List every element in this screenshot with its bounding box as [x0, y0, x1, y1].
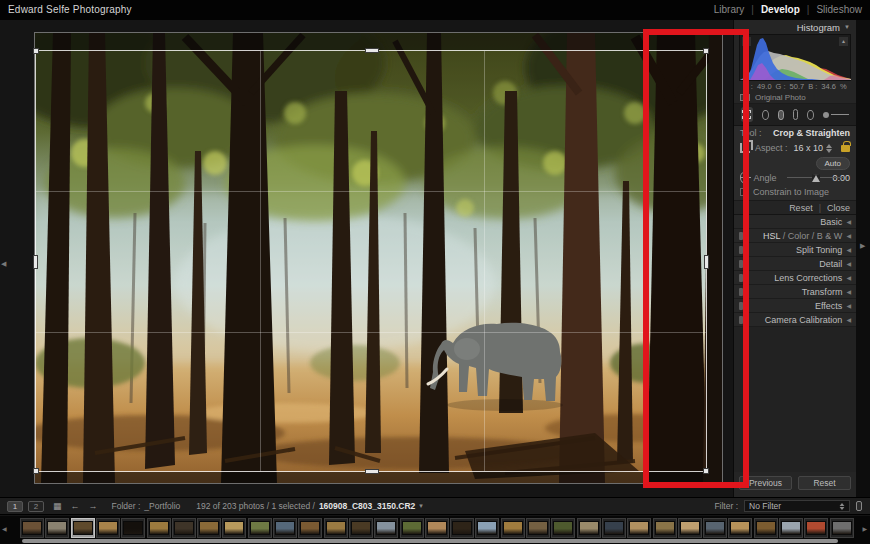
collapse-left-panel-icon[interactable]: ◀	[1, 260, 6, 268]
filmstrip-thumbnail[interactable]	[475, 518, 499, 538]
folder-breadcrumb[interactable]: Folder : _Portfolio	[112, 501, 181, 511]
filmstrip-thumbnail[interactable]	[526, 518, 550, 538]
filmstrip-thumbnail[interactable]	[678, 518, 702, 538]
filmstrip-thumbnail[interactable]	[830, 518, 854, 538]
filmstrip-prev-icon[interactable]: ◀	[2, 525, 7, 532]
second-window-button[interactable]: 2	[28, 501, 44, 512]
panel-header-split-toning[interactable]: Split Toning ◀	[734, 243, 856, 257]
collapse-right-panel-icon[interactable]: ▶	[860, 242, 865, 250]
filmstrip-thumbnail[interactable]	[703, 518, 727, 538]
crop-handle-top-right[interactable]	[703, 48, 709, 54]
thumbnail-image	[149, 521, 169, 535]
panel-header-effects[interactable]: Effects ◀	[734, 299, 856, 313]
filmstrip-thumbnail[interactable]	[804, 518, 828, 538]
crop-handle-bottom-right[interactable]	[703, 468, 709, 474]
filmstrip-thumbnail[interactable]	[551, 518, 575, 538]
crop-reset-button[interactable]: Reset	[789, 203, 813, 213]
filmstrip-thumbnail[interactable]	[602, 518, 626, 538]
crop-handle-bottom[interactable]	[365, 469, 379, 474]
module-library[interactable]: Library	[714, 4, 745, 15]
crop-close-button[interactable]: Close	[827, 203, 850, 213]
straighten-level-icon[interactable]	[740, 172, 748, 183]
panel-header-lens-corrections[interactable]: Lens Corrections ◀	[734, 271, 856, 285]
aspect-select[interactable]: 16 x 10	[793, 143, 832, 153]
panel-toggle-switch[interactable]	[739, 302, 743, 310]
filmstrip-scrollbar[interactable]	[22, 539, 838, 543]
filmstrip-thumbnail[interactable]	[45, 518, 69, 538]
filmstrip-thumbnail[interactable]	[374, 518, 398, 538]
panel-header-basic[interactable]: Basic ◀	[734, 215, 856, 229]
filmstrip-thumbnail[interactable]	[248, 518, 272, 538]
filmstrip-thumbnail[interactable]	[501, 518, 525, 538]
crop-overlay-tool-icon[interactable]	[741, 107, 753, 122]
module-develop[interactable]: Develop	[761, 4, 800, 15]
filmstrip-thumbnail[interactable]	[96, 518, 120, 538]
angle-slider-thumb[interactable]	[812, 174, 820, 182]
panel-header-camera-calibration[interactable]: Camera Calibration ◀	[734, 313, 856, 327]
panel-toggle-switch[interactable]	[739, 288, 743, 296]
filmstrip-thumbnail[interactable]	[653, 518, 677, 538]
filmstrip-thumbnail[interactable]	[349, 518, 373, 538]
shadow-clipping-indicator[interactable]: ▴	[742, 37, 751, 46]
go-back-icon[interactable]: ←	[71, 501, 80, 511]
filmstrip-thumbnail[interactable]	[627, 518, 651, 538]
main-window-button[interactable]: 1	[7, 501, 23, 512]
filmstrip-thumbnail[interactable]	[779, 518, 803, 538]
filmstrip-thumbnail[interactable]	[71, 518, 95, 538]
panel-header-hsl[interactable]: HSL / Color / B & W ◀	[734, 229, 856, 243]
auto-straighten-button[interactable]: Auto	[816, 157, 850, 170]
constrain-checkbox[interactable]	[740, 188, 748, 196]
panel-toggle-switch[interactable]	[739, 274, 743, 282]
filmstrip-thumbnail[interactable]	[147, 518, 171, 538]
filmstrip-thumbnail[interactable]	[754, 518, 778, 538]
panel-toggle-switch[interactable]	[739, 260, 743, 268]
radial-filter-tool-icon[interactable]	[807, 110, 814, 120]
filmstrip-thumbnail[interactable]	[577, 518, 601, 538]
thumbnail-image	[199, 521, 219, 535]
crop-handle-right[interactable]	[704, 255, 709, 269]
crop-handle-top[interactable]	[365, 48, 379, 53]
histogram-panel-header[interactable]: Histogram ▼	[734, 20, 856, 34]
reset-button[interactable]: Reset	[798, 476, 851, 490]
highlight-clipping-indicator[interactable]: ▴	[839, 37, 848, 46]
angle-slider[interactable]	[787, 173, 827, 182]
filmstrip-thumbnail[interactable]	[121, 518, 145, 538]
red-eye-tool-icon[interactable]	[778, 110, 785, 120]
aspect-lock-icon[interactable]	[841, 145, 850, 152]
filmstrip-next-icon[interactable]: ▶	[862, 525, 867, 532]
histogram[interactable]: ▴ ▴	[739, 34, 851, 81]
go-forward-icon[interactable]: →	[89, 501, 98, 511]
thumbnail-image	[832, 521, 852, 535]
filmstrip-thumbnail[interactable]	[298, 518, 322, 538]
previous-button[interactable]: Previous	[739, 476, 792, 490]
filmstrip-thumbnail[interactable]	[172, 518, 196, 538]
panel-toggle-switch[interactable]	[739, 232, 743, 240]
graduated-filter-tool-icon[interactable]	[793, 109, 798, 120]
panel-toggle-switch[interactable]	[739, 316, 743, 324]
filmstrip-thumbnail[interactable]	[273, 518, 297, 538]
photo-viewport[interactable]	[35, 33, 722, 483]
selection-status[interactable]: 192 of 203 photos / 1 selected / 160908_…	[196, 501, 423, 511]
spot-removal-tool-icon[interactable]	[762, 110, 769, 120]
filmstrip-thumbnail[interactable]	[425, 518, 449, 538]
crop-icon	[740, 143, 750, 153]
crop-handle-bottom-left[interactable]	[33, 468, 39, 474]
crop-bounding-box[interactable]	[35, 50, 707, 472]
filmstrip-thumbnail[interactable]	[400, 518, 424, 538]
filmstrip-thumbnail[interactable]	[222, 518, 246, 538]
filter-switch-icon[interactable]	[856, 501, 862, 511]
filmstrip-thumbnail[interactable]	[728, 518, 752, 538]
filmstrip-thumbnail[interactable]	[324, 518, 348, 538]
panel-header-detail[interactable]: Detail ◀	[734, 257, 856, 271]
panel-toggle-switch[interactable]	[739, 246, 743, 254]
adjustment-brush-tool-icon[interactable]	[823, 112, 849, 118]
module-slideshow[interactable]: Slideshow	[816, 4, 862, 15]
filmstrip-thumbnail[interactable]	[20, 518, 44, 538]
filter-select[interactable]: No Filter	[744, 500, 850, 512]
crop-handle-top-left[interactable]	[33, 48, 39, 54]
filmstrip-thumbnail[interactable]	[450, 518, 474, 538]
grid-view-icon[interactable]: ▦	[53, 501, 62, 511]
panel-header-transform[interactable]: Transform ◀	[734, 285, 856, 299]
crop-handle-left[interactable]	[33, 255, 38, 269]
filmstrip-thumbnail[interactable]	[197, 518, 221, 538]
